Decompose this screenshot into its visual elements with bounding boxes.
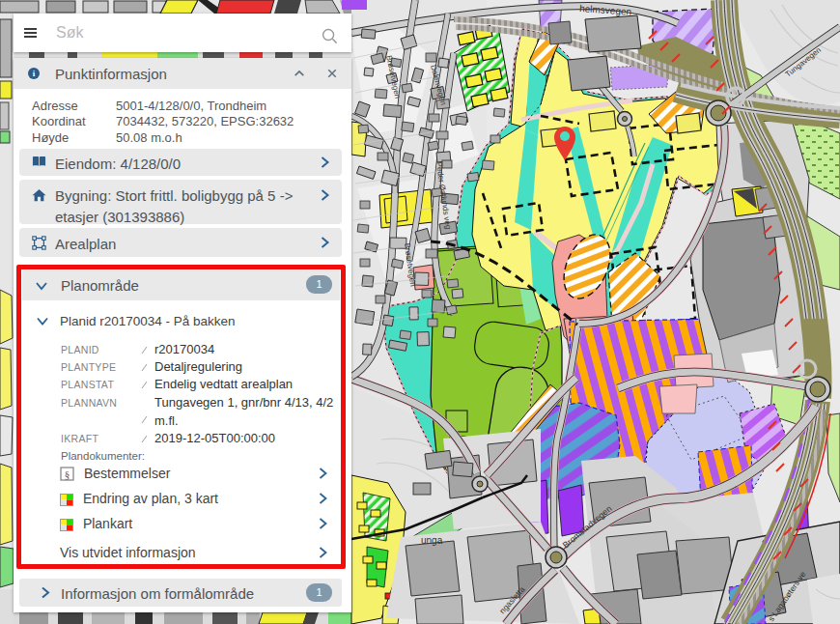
- svg-text:unga: unga: [421, 535, 443, 546]
